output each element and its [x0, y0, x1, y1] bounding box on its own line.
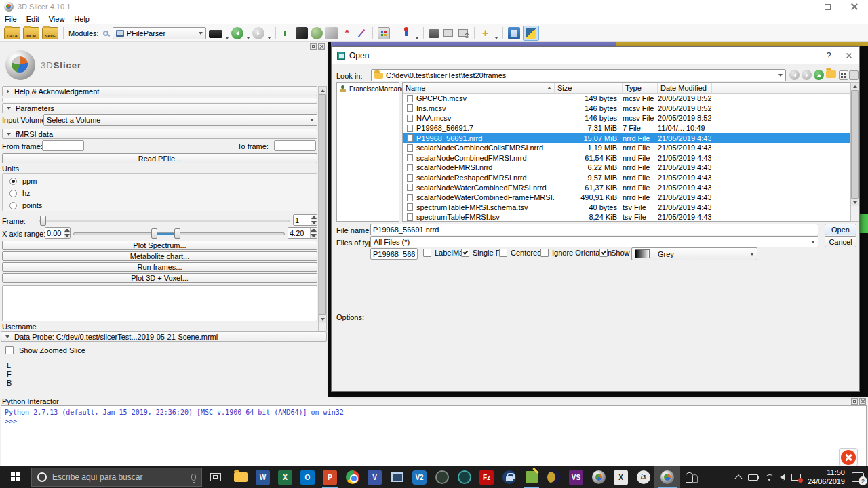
xaxis-max-handle[interactable] [174, 228, 180, 239]
taskbar-clock[interactable]: 11:50 24/06/2019 [808, 468, 845, 486]
list-view-button[interactable] [839, 70, 848, 80]
file-row-selected[interactable]: P19968_56691.nrrd15,07 MiBnrrd File21/05… [403, 133, 850, 143]
taskbar-app-remote-desktop[interactable] [386, 466, 408, 488]
models-module-icon[interactable] [311, 27, 323, 39]
taskbar-app-i3[interactable]: i3 [632, 466, 654, 488]
column-header-size[interactable]: Size [555, 83, 623, 93]
radio-points[interactable]: points [9, 201, 317, 209]
back-caret-icon[interactable] [247, 37, 250, 39]
pin-icon[interactable] [400, 27, 412, 39]
files-of-type-combobox[interactable]: All Files (*) [370, 236, 818, 247]
cancel-button[interactable]: Cancel [825, 236, 856, 247]
column-header-date[interactable]: Date Modified [658, 83, 712, 93]
xaxis-range-slider[interactable] [73, 232, 285, 235]
centered-checkbox[interactable]: Centered [499, 249, 541, 257]
task-view-button[interactable] [202, 466, 229, 488]
taskbar-app-slicer[interactable] [587, 466, 610, 488]
python-console[interactable]: Python 2.7.13 (default, Jan 15 2019, 22:… [1, 405, 867, 466]
file-row[interactable]: scalarNodeFMRSI.nrrd6,22 MiBnrrd File21/… [403, 163, 850, 173]
file-row[interactable]: scalarNodeReshapedFMRSI.nrrd9,57 MiBnrrd… [403, 173, 850, 183]
close-button[interactable] [841, 0, 868, 14]
taskbar-app-word[interactable]: W [252, 466, 274, 488]
volume-rendering-icon[interactable] [326, 27, 338, 39]
extensions-manager-icon[interactable] [508, 27, 520, 39]
new-folder-button[interactable] [826, 70, 836, 78]
taskbar-app-visual-studio[interactable]: VS [565, 466, 587, 488]
close-panel-icon[interactable] [318, 43, 325, 50]
taskbar-app-x-server[interactable]: X [610, 466, 632, 488]
battery-icon[interactable] [748, 474, 758, 481]
xaxis-min-handle[interactable] [151, 228, 157, 239]
float-console-icon[interactable] [851, 398, 858, 405]
frame-value[interactable] [294, 215, 311, 225]
tray-expand-icon[interactable] [734, 474, 742, 482]
dialog-close-button[interactable] [839, 48, 859, 63]
file-row[interactable]: NAA.mcsv146 bytesmcsv File20/05/2019 8:5… [403, 113, 850, 123]
detail-view-button[interactable] [849, 70, 859, 80]
section-data-probe[interactable]: Data Probe: C:/dev/0.test/slicerTest...2… [1, 331, 327, 342]
dialog-help-button[interactable]: ? [818, 48, 839, 63]
annotations-pencil-icon[interactable] [355, 27, 368, 39]
file-row[interactable]: scalarNodeWaterCombinedFrameFMRSI.nrrd49… [403, 192, 850, 203]
taskbar-app-eclipse[interactable] [542, 466, 565, 488]
run-frames-button[interactable]: Run frames... [2, 262, 317, 272]
frame-slider[interactable] [39, 220, 290, 222]
read-pfile-button[interactable]: Read PFile... [2, 153, 317, 163]
float-panel-icon[interactable] [310, 43, 317, 50]
taskbar-app-slicer-active[interactable] [654, 466, 680, 488]
to-frame-input[interactable] [274, 140, 316, 151]
taskbar-app-v2[interactable]: V2 [408, 466, 431, 488]
module-history-icon[interactable] [281, 27, 293, 39]
layout-grid-icon[interactable] [378, 27, 390, 39]
menu-file[interactable]: File [0, 14, 22, 24]
username-textarea[interactable] [2, 285, 317, 321]
xaxis-max-spinbox[interactable] [288, 227, 317, 239]
scrollbar-thumb[interactable] [319, 94, 326, 315]
file-row[interactable]: Ins.mcsv146 bytesmcsv File20/05/2019 8:5… [403, 104, 850, 114]
taskbar-app-powerpoint[interactable]: P [319, 466, 341, 488]
from-frame-input[interactable] [42, 140, 84, 151]
input-volume-combobox[interactable]: Select a Volume [43, 114, 317, 126]
layout-selector-icon[interactable] [209, 30, 222, 38]
scene-view-icon[interactable] [442, 27, 454, 39]
markups-icon[interactable]: ** [340, 27, 353, 39]
panel-scrollbar[interactable] [318, 86, 327, 331]
up-directory-button[interactable] [814, 70, 824, 80]
show-zoomed-slice-checkbox[interactable]: Show Zoomed Slice [5, 346, 85, 354]
taskbar-app-mumble[interactable] [453, 466, 475, 488]
plot-3d-voxel-button[interactable]: Plot 3D + Voxel... [2, 273, 317, 283]
load-data-icon[interactable]: DATA [4, 27, 20, 39]
open-button[interactable]: Open [825, 224, 856, 235]
section-help-acknowledgement[interactable]: Help & Acknowledgement [2, 86, 317, 96]
taskbar-app-excel[interactable]: X [274, 466, 296, 488]
notification-center-icon[interactable] [852, 472, 864, 482]
taskbar-search[interactable]: Escribe aquí para buscar [31, 468, 202, 487]
wifi-icon[interactable] [765, 474, 773, 481]
forward-button[interactable] [802, 70, 812, 80]
file-row[interactable]: GPCPCh.mcsv149 bytesmcsv File20/05/2019 … [403, 94, 850, 104]
screenshot-icon[interactable] [429, 29, 439, 38]
menu-edit[interactable]: Edit [22, 14, 44, 24]
scrollbar-thumb[interactable] [851, 90, 859, 199]
close-console-icon[interactable] [859, 398, 866, 405]
network-error-icon[interactable] [791, 474, 801, 481]
file-row[interactable]: spectrumTableFMRSI.schema.tsv40 bytestsv… [403, 203, 850, 213]
taskbar-app-science-badge[interactable] [431, 466, 453, 488]
frame-slider-handle[interactable] [40, 216, 46, 226]
close-popup-button[interactable] [839, 448, 858, 466]
file-row[interactable]: spectrumTableFMRSI.tsv8,24 KiBtsv File21… [403, 212, 850, 222]
menu-help[interactable]: Help [69, 14, 94, 24]
back-button[interactable] [789, 70, 800, 80]
taskbar-app-visio[interactable]: V [363, 466, 386, 488]
scroll-down-icon[interactable] [851, 199, 859, 206]
sidebar-item-user[interactable]: FranciscoMarcano [337, 83, 399, 96]
module-back-button[interactable] [231, 27, 243, 39]
menu-view[interactable]: View [44, 14, 70, 24]
radio-hz[interactable]: hz [9, 189, 317, 197]
taskbar-app-chrome[interactable] [341, 466, 363, 488]
scene-view-capture-icon[interactable] [457, 27, 469, 39]
start-button[interactable] [0, 466, 31, 488]
taskbar-app-lock[interactable] [498, 466, 520, 488]
look-in-combobox[interactable]: C:\dev\0.test\slicerTest\test20frames [371, 69, 786, 81]
maximize-button[interactable] [814, 0, 841, 14]
